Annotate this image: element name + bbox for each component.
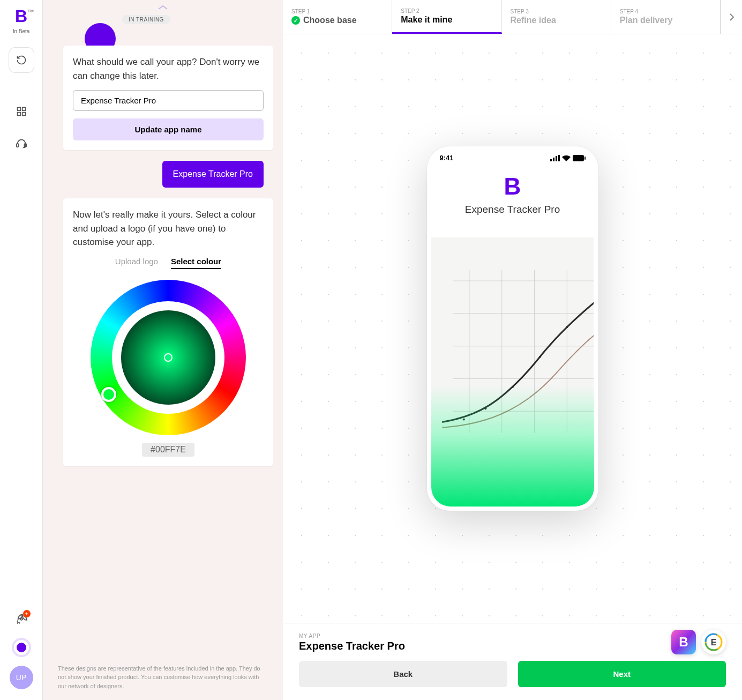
step-label: STEP 3 (511, 9, 602, 14)
grid-icon (16, 106, 27, 117)
svg-point-6 (20, 618, 23, 620)
launch-button[interactable]: + (16, 613, 27, 625)
tab-upload-logo[interactable]: Upload logo (115, 257, 158, 269)
phone-time: 9:41 (440, 154, 454, 162)
brand-logo: BTM (15, 6, 27, 26)
chevron-up-icon (156, 4, 169, 11)
apps-grid-button[interactable] (15, 105, 28, 118)
footer-brand-logos: B E (671, 630, 726, 654)
step-plan-delivery[interactable]: STEP 4 Plan delivery (611, 0, 721, 34)
step-title-text: Make it mine (401, 15, 452, 25)
phone-splash-art (431, 237, 594, 507)
undo-icon (16, 55, 27, 65)
undo-button[interactable] (9, 47, 34, 73)
wifi-icon (562, 155, 571, 161)
beta-label: In Beta (13, 28, 30, 34)
support-button[interactable] (15, 137, 28, 150)
svg-point-27 (566, 326, 568, 328)
phone-status-bar: 9:41 (427, 146, 598, 165)
battery-icon (573, 155, 586, 161)
scroll-up-hint[interactable] (53, 2, 273, 13)
name-app-prompt: What should we call your app? Don't worr… (73, 55, 264, 83)
next-button[interactable]: Next (518, 661, 726, 687)
step-title-text: Plan delivery (620, 16, 673, 25)
headset-icon (16, 138, 27, 150)
name-app-card: What should we call your app? Don't worr… (63, 46, 273, 150)
check-icon: ✓ (291, 16, 300, 25)
saturation-circle[interactable] (121, 310, 215, 405)
back-button[interactable]: Back (299, 661, 507, 687)
hue-ring[interactable] (91, 280, 246, 435)
svg-rect-1 (22, 108, 25, 111)
step-label: STEP 2 (401, 8, 492, 14)
footer-app-name: Expense Tracker Pro (299, 640, 726, 652)
chat-stream: IN TRAINING What should we call your app… (53, 15, 273, 664)
steps-bar: STEP 1 ✓ Choose base STEP 2 Make it mine… (283, 0, 742, 34)
svg-rect-8 (553, 158, 554, 161)
preview-canvas: 9:41 B Expense Tracker Pro (283, 34, 742, 623)
step-label: STEP 1 (291, 9, 383, 14)
hue-handle[interactable] (101, 387, 116, 402)
chevron-right-icon (729, 12, 735, 22)
phone-app-name: Expense Tracker Pro (427, 204, 598, 215)
svg-rect-0 (17, 108, 20, 111)
user-message: Expense Tracker Pro (162, 161, 264, 188)
customise-tabs: Upload logo Select colour (73, 257, 264, 269)
update-name-button[interactable]: Update app name (73, 118, 264, 140)
svg-rect-10 (558, 155, 560, 161)
phone-app-logo: B (427, 175, 598, 198)
training-badge: IN TRAINING (122, 15, 170, 24)
step-title-text: Refine idea (511, 16, 556, 25)
partner-logo-icon: E (704, 633, 723, 651)
step-choose-base[interactable]: STEP 1 ✓ Choose base (283, 0, 392, 34)
signal-icon (550, 155, 560, 161)
steps-next-arrow[interactable] (721, 0, 742, 34)
svg-rect-2 (17, 113, 20, 116)
main-area: STEP 1 ✓ Choose base STEP 2 Make it mine… (283, 0, 742, 700)
step-make-it-mine[interactable]: STEP 2 Make it mine (392, 0, 501, 34)
footer-bar: B E MY APP Expense Tracker Pro Back Next (283, 623, 742, 700)
step-label: STEP 4 (620, 9, 711, 14)
svg-rect-12 (584, 157, 586, 160)
user-avatar[interactable]: UP (10, 666, 33, 689)
theme-dot (17, 643, 26, 652)
customise-prompt: Now let's really make it yours. Select a… (73, 208, 264, 249)
footer-label: MY APP (299, 633, 726, 639)
customise-card: Now let's really make it yours. Select a… (63, 198, 273, 466)
svg-point-26 (538, 356, 541, 358)
partner-logo[interactable]: E (701, 630, 726, 654)
svg-rect-7 (550, 159, 552, 161)
rocket-badge: + (23, 610, 31, 617)
svg-rect-3 (22, 113, 25, 116)
phone-gradient-overlay (431, 385, 594, 507)
step-refine-idea[interactable]: STEP 3 Refine idea (502, 0, 611, 34)
theme-indicator[interactable] (12, 638, 31, 657)
svg-text:E: E (711, 638, 717, 647)
app-name-input[interactable] (73, 90, 264, 111)
brand-mini-logo[interactable]: B (671, 630, 696, 654)
phone-preview: 9:41 B Expense Tracker Pro (427, 146, 598, 511)
design-disclaimer: These designs are representative of the … (53, 664, 273, 701)
left-rail: BTM In Beta + UP (0, 0, 43, 700)
chat-panel: IN TRAINING What should we call your app… (43, 0, 283, 700)
colour-picker: #00FF7E (73, 280, 264, 457)
phone-status-icons (550, 155, 586, 161)
svg-rect-11 (573, 155, 584, 161)
step-title-text: Choose base (303, 16, 357, 25)
saturation-handle[interactable] (164, 353, 173, 362)
tab-select-colour[interactable]: Select colour (171, 257, 221, 269)
svg-rect-4 (16, 144, 18, 147)
hex-value[interactable]: #00FF7E (142, 443, 194, 457)
svg-rect-9 (556, 156, 557, 161)
